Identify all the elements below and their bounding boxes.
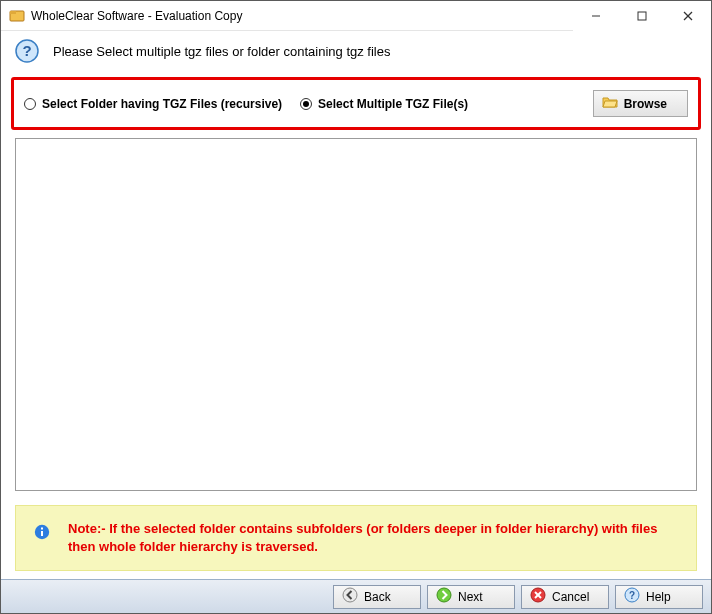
svg-rect-10 <box>41 527 43 529</box>
radio-folder-label: Select Folder having TGZ Files (recursiv… <box>42 97 282 111</box>
svg-rect-1 <box>10 11 16 14</box>
svg-rect-9 <box>41 531 43 536</box>
help-label: Help <box>646 590 671 604</box>
svg-rect-3 <box>638 12 646 20</box>
next-button[interactable]: Next <box>427 585 515 609</box>
question-icon: ? <box>15 39 39 63</box>
next-label: Next <box>458 590 483 604</box>
bottom-bar: Back Next Cancel ? Help <box>1 579 711 613</box>
cancel-label: Cancel <box>552 590 589 604</box>
svg-text:?: ? <box>22 42 31 59</box>
window-title: WholeClear Software - Evaluation Copy <box>31 9 573 23</box>
radio-files-dot <box>300 98 312 110</box>
help-icon: ? <box>624 587 640 606</box>
radio-files-label: Select Multiple TGZ File(s) <box>318 97 468 111</box>
arrow-left-icon <box>342 587 358 606</box>
instruction-text: Please Select multiple tgz files or fold… <box>53 44 390 59</box>
titlebar: WholeClear Software - Evaluation Copy <box>1 1 711 31</box>
browse-button[interactable]: Browse <box>593 90 688 117</box>
arrow-right-icon <box>436 587 452 606</box>
radio-folder-dot <box>24 98 36 110</box>
cancel-button[interactable]: Cancel <box>521 585 609 609</box>
file-list-area[interactable] <box>15 138 697 491</box>
minimize-button[interactable] <box>573 1 619 31</box>
svg-point-12 <box>437 588 451 602</box>
browse-label: Browse <box>624 97 667 111</box>
app-icon <box>9 8 25 24</box>
svg-point-11 <box>343 588 357 602</box>
svg-text:?: ? <box>629 590 635 601</box>
note-text: Note:- If the selected folder contains s… <box>68 520 678 556</box>
close-button[interactable] <box>665 1 711 31</box>
selection-panel: Select Folder having TGZ Files (recursiv… <box>11 77 701 130</box>
back-label: Back <box>364 590 391 604</box>
note-panel: Note:- If the selected folder contains s… <box>15 505 697 571</box>
help-button[interactable]: ? Help <box>615 585 703 609</box>
cancel-icon <box>530 587 546 606</box>
instruction-row: ? Please Select multiple tgz files or fo… <box>1 31 711 73</box>
maximize-button[interactable] <box>619 1 665 31</box>
radio-files-option[interactable]: Select Multiple TGZ File(s) <box>300 97 468 111</box>
back-button[interactable]: Back <box>333 585 421 609</box>
radio-folder-option[interactable]: Select Folder having TGZ Files (recursiv… <box>24 97 282 111</box>
info-icon <box>34 524 50 540</box>
folder-open-icon <box>602 94 618 113</box>
